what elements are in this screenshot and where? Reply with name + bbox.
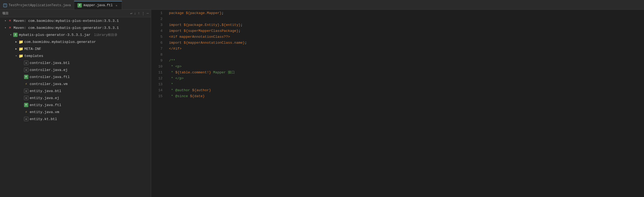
code-area[interactable]: package ${package.Mapper}; import ${pack… bbox=[165, 10, 644, 197]
expand-arrow: ▶ bbox=[14, 47, 18, 50]
code-line: * <p> bbox=[169, 64, 644, 70]
expand-arrow: ▾ bbox=[14, 54, 18, 57]
tree-item[interactable]: ≡ entity.kt.btl bbox=[0, 116, 151, 123]
code-line: * ${table.comment!} Mapper 接口 bbox=[169, 70, 644, 76]
line-number: 6 bbox=[151, 40, 162, 46]
token-template: ${date} bbox=[190, 94, 205, 98]
item-icon: ⚡ bbox=[24, 81, 29, 86]
collapse-icon[interactable]: ↓ bbox=[134, 11, 136, 16]
code-line: * @author ${author} bbox=[169, 87, 644, 93]
tree-item[interactable]: F controller.java.ftl bbox=[0, 73, 151, 80]
tree-item[interactable]: ▾ M Maven: com.baomidou:mybatis-plus-ext… bbox=[0, 17, 151, 24]
expand-arrow: ▶ bbox=[14, 40, 18, 43]
refresh-icon[interactable]: ↩ bbox=[130, 11, 133, 16]
item-icon: F bbox=[24, 103, 29, 107]
code-line: import ${mapperAnnotationClass.name}; bbox=[169, 40, 644, 46]
token-template: ${mapperAnnotationClass.name} bbox=[184, 41, 245, 45]
code-line: * bbox=[169, 81, 644, 87]
expand-arrow: ▾ bbox=[3, 26, 8, 29]
tree-item[interactable]: F entity.java.ftl bbox=[0, 101, 151, 108]
code-line: * @since ${date} bbox=[169, 93, 644, 99]
expand-arrow: ▾ bbox=[9, 33, 13, 36]
folder-icon: 📁 bbox=[19, 40, 23, 44]
more-icon[interactable]: ⋮ bbox=[141, 11, 145, 16]
tab-bar: T TestProjectApplicationTests.java F map… bbox=[0, 0, 644, 10]
token-kw: import bbox=[169, 29, 184, 33]
line-number: 11 bbox=[151, 70, 162, 76]
maven-icon: M bbox=[9, 19, 11, 22]
item-label: controller.java.ftl bbox=[30, 75, 70, 79]
item-label: entity.java.ej bbox=[30, 96, 59, 100]
line-number: 5 bbox=[151, 34, 162, 40]
tree-item[interactable]: ≡ entity.java.ej bbox=[0, 94, 151, 101]
token-template: ${package.Mapper} bbox=[186, 11, 222, 15]
tab-close-button[interactable]: ✕ bbox=[114, 3, 118, 8]
minimize-icon[interactable]: — bbox=[147, 11, 149, 16]
ftl-file-icon: F bbox=[77, 3, 82, 8]
item-icon: ≡ bbox=[24, 89, 29, 93]
ej-icon: ≡ bbox=[24, 68, 28, 72]
line-number: 8 bbox=[151, 52, 162, 58]
token-javadoc: * bbox=[169, 94, 175, 98]
ftl-icon: F bbox=[24, 103, 28, 107]
btl-icon: ≡ bbox=[24, 117, 28, 121]
token-kw: import bbox=[169, 23, 184, 27]
expand-icon[interactable]: ↑ bbox=[138, 11, 140, 16]
tree-item[interactable]: ≡ controller.java.ej bbox=[0, 66, 151, 73]
token-template: ${superMapperClassPackage} bbox=[184, 29, 239, 33]
token-javadoc: * bbox=[169, 70, 175, 74]
token-javadoc-tag: </p> bbox=[175, 76, 184, 80]
folder-icon: 📁 bbox=[19, 47, 23, 51]
item-icon: ⚡ bbox=[24, 110, 29, 114]
tree-item[interactable]: ▾ 📁 templates bbox=[0, 52, 151, 59]
tree-item[interactable]: ≡ entity.java.btl bbox=[0, 87, 151, 94]
tree-item[interactable]: ▶ 📁 com.baomidou.mybatisplus.generator bbox=[0, 38, 151, 45]
tab-test[interactable]: T TestProjectApplicationTests.java bbox=[0, 1, 74, 9]
code-line: package ${package.Mapper}; bbox=[169, 10, 644, 16]
line-number: 14 bbox=[151, 87, 162, 93]
item-label: templates bbox=[24, 54, 43, 58]
item-icon: 📁 bbox=[18, 53, 23, 58]
line-number: 3 bbox=[151, 22, 162, 28]
expand-arrow: ▾ bbox=[3, 19, 8, 22]
token-javadoc: Mapper 接口 bbox=[211, 70, 235, 74]
token-javadoc: * bbox=[169, 82, 173, 86]
item-label: controller.java.btl bbox=[30, 61, 70, 65]
line-number: 9 bbox=[151, 58, 162, 64]
tree-item[interactable]: ▾ J mybatis-plus-generator-3.5.3.1.jar l… bbox=[0, 31, 151, 38]
tree-item[interactable]: ▶ 📁 META-INF bbox=[0, 45, 151, 52]
tree-item[interactable]: ⚡ entity.java.vm bbox=[0, 108, 151, 116]
token-kw: package bbox=[169, 11, 186, 15]
token-literal: . bbox=[219, 23, 222, 27]
sidebar-header-icons: ↩ ↓ ↑ ⋮ — bbox=[130, 11, 149, 16]
item-label: com.baomidou.mybatisplus.generator bbox=[24, 40, 96, 44]
tree-item[interactable]: ▾ M Maven: com.baomidou:mybatis-plus-gen… bbox=[0, 24, 151, 31]
code-line bbox=[169, 16, 644, 22]
item-label: entity.kt.btl bbox=[30, 117, 57, 121]
item-label: mybatis-plus-generator-3.5.3.1.jar libra… bbox=[19, 33, 117, 37]
token-javadoc: * bbox=[169, 64, 175, 69]
tree-item[interactable]: ⚡ controller.java.vm bbox=[0, 80, 151, 87]
maven-icon: M bbox=[9, 26, 11, 29]
tree-item[interactable]: ≡ controller.java.btl bbox=[0, 59, 151, 66]
token-template: ${author} bbox=[192, 88, 211, 92]
item-label: META-INF bbox=[24, 47, 41, 51]
sidebar-header: 项目 ↩ ↓ ↑ ⋮ — bbox=[0, 10, 151, 17]
item-icon: ≡ bbox=[24, 117, 29, 121]
muted-label: library根目录 bbox=[92, 33, 117, 37]
token-kw: import bbox=[169, 41, 184, 45]
item-icon: J bbox=[13, 32, 18, 37]
editor: 123456789101112131415 package ${package.… bbox=[151, 10, 644, 197]
item-icon: 📁 bbox=[18, 39, 23, 44]
code-line: import ${superMapperClassPackage}; bbox=[169, 28, 644, 34]
token-template: ${package.Entity} bbox=[184, 23, 220, 27]
token-javadoc: * bbox=[169, 76, 175, 80]
code-line: import ${package.Entity}.${entity}; bbox=[169, 22, 644, 28]
code-line: <#if mapperAnnotationClass??> bbox=[169, 34, 644, 40]
file-tree: ▾ M Maven: com.baomidou:mybatis-plus-ext… bbox=[0, 17, 151, 123]
main-layout: 项目 ↩ ↓ ↑ ⋮ — ▾ M Maven: com.baomidou:myb… bbox=[0, 10, 644, 197]
item-label: Maven: com.baomidou:mybatis-plus-extensi… bbox=[13, 19, 119, 23]
tab-mapper[interactable]: F mapper.java.ftl ✕ bbox=[74, 1, 122, 9]
item-label: entity.java.ftl bbox=[30, 103, 61, 107]
line-number: 1 bbox=[151, 10, 162, 16]
